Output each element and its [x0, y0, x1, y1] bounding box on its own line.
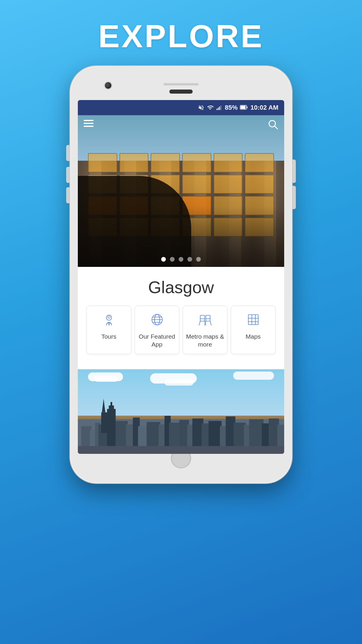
tours-icon	[102, 312, 116, 329]
signal-icon	[216, 104, 222, 111]
dot-5[interactable]	[196, 257, 201, 262]
tours-label: Tours	[101, 332, 116, 340]
time-text: 10:02 AM	[250, 104, 278, 111]
city-skyline	[78, 392, 284, 454]
speaker	[164, 83, 198, 85]
svg-rect-0	[217, 109, 217, 110]
svg-rect-56	[78, 446, 284, 454]
hero-overlay	[78, 115, 284, 267]
metro-icon	[198, 312, 212, 329]
dot-1[interactable]	[161, 257, 166, 262]
svg-point-7	[269, 120, 275, 127]
bottom-city-image	[78, 369, 284, 454]
action-card-tours[interactable]: Tours	[87, 306, 131, 354]
earpiece	[169, 90, 193, 94]
dot-4[interactable]	[187, 257, 192, 262]
dot-3[interactable]	[179, 257, 183, 262]
phone-top	[78, 75, 284, 100]
svg-rect-22	[248, 315, 258, 325]
battery-icon	[240, 104, 248, 111]
svg-rect-1	[218, 108, 219, 110]
wifi-icon	[207, 104, 214, 111]
svg-point-12	[108, 324, 110, 325]
svg-marker-57	[102, 399, 106, 412]
action-card-featured[interactable]: Our Featured App	[135, 306, 179, 354]
hamburger-menu[interactable]	[84, 120, 94, 127]
mute-icon	[198, 104, 204, 111]
svg-rect-5	[247, 106, 247, 108]
cloud-2	[94, 376, 118, 382]
phone-screen: 85% 10:02 AM	[78, 100, 284, 454]
svg-rect-19	[206, 315, 210, 321]
svg-point-10	[108, 316, 110, 318]
svg-line-8	[275, 126, 277, 129]
featured-icon	[150, 312, 164, 329]
svg-rect-3	[221, 106, 222, 110]
cloud-5	[233, 372, 274, 380]
svg-rect-2	[219, 106, 220, 110]
page-title: EXPLORE	[98, 18, 264, 55]
search-button[interactable]	[268, 119, 278, 132]
cloud-4	[164, 379, 194, 386]
svg-rect-11	[108, 323, 110, 323]
featured-label: Our Featured App	[138, 332, 176, 349]
page-background: EXPLORE	[0, 0, 362, 644]
quick-actions: Tours Our Fea	[84, 306, 278, 354]
city-section: Glasgow	[78, 267, 284, 362]
action-card-metro[interactable]: Metro maps & more	[183, 306, 227, 354]
action-card-maps[interactable]: Maps	[231, 306, 275, 354]
slide-dots	[78, 257, 284, 262]
svg-rect-34	[110, 402, 112, 407]
maps-icon	[246, 312, 261, 329]
status-icons: 85% 10:02 AM	[198, 104, 278, 111]
battery-text: 85%	[225, 104, 238, 111]
svg-rect-58	[101, 412, 109, 433]
maps-label: Maps	[246, 332, 261, 340]
status-bar: 85% 10:02 AM	[78, 100, 284, 115]
phone-mockup: 85% 10:02 AM	[70, 66, 292, 483]
city-name: Glasgow	[84, 277, 278, 297]
camera	[104, 81, 112, 90]
metro-label: Metro maps & more	[186, 332, 224, 349]
dot-2[interactable]	[170, 257, 175, 262]
hero-image	[78, 115, 284, 267]
phone-bottom	[78, 454, 284, 468]
svg-rect-18	[200, 315, 205, 321]
svg-rect-6	[241, 106, 246, 109]
